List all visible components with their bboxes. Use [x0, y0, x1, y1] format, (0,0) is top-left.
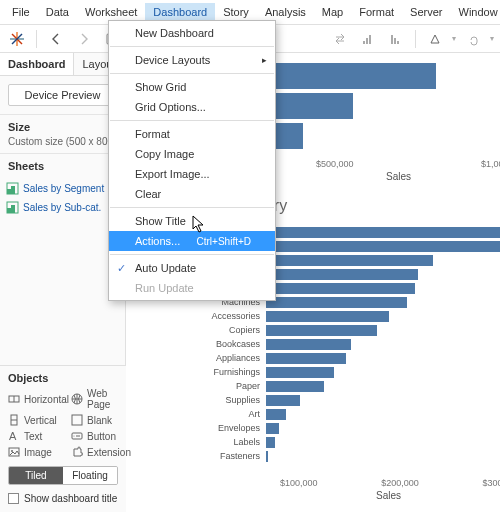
bar-row: Supplies	[194, 393, 500, 407]
worksheet-icon	[6, 201, 19, 214]
bar-label: Supplies	[194, 395, 266, 405]
menu-window[interactable]: Window	[451, 3, 501, 21]
bar[interactable]	[266, 353, 346, 364]
bar[interactable]	[266, 311, 389, 322]
swap-icon[interactable]	[329, 28, 351, 50]
chart2-axis: $100,000$200,000$300,000	[280, 478, 500, 488]
horizontal-icon	[8, 393, 20, 405]
sidebar-tabs: Dashboard Layout	[0, 53, 125, 76]
bar-label: Bookcases	[194, 339, 266, 349]
menu-item-clear[interactable]: Clear	[109, 184, 275, 204]
highlight-icon[interactable]	[424, 28, 446, 50]
object-image[interactable]: Image	[8, 446, 69, 458]
sort-desc-icon[interactable]	[385, 28, 407, 50]
object-blank[interactable]: Blank	[71, 414, 131, 426]
bar[interactable]	[266, 395, 300, 406]
bar-label: Labels	[194, 437, 266, 447]
menu-format[interactable]: Format	[351, 3, 402, 21]
menu-item-format[interactable]: Format	[109, 124, 275, 144]
toggle-floating[interactable]: Floating	[63, 467, 117, 484]
bar[interactable]	[266, 227, 500, 238]
bar-row: Labels	[194, 435, 500, 449]
bar[interactable]	[266, 241, 500, 252]
attach-icon[interactable]	[462, 28, 484, 50]
object-vertical[interactable]: Vertical	[8, 414, 69, 426]
menu-data[interactable]: Data	[38, 3, 77, 21]
menu-story[interactable]: Story	[215, 3, 257, 21]
sheet-item[interactable]: Sales by Segment	[4, 179, 121, 198]
bar-label: Paper	[194, 381, 266, 391]
show-dashboard-title-checkbox[interactable]: Show dashboard title	[8, 493, 118, 504]
bar[interactable]	[266, 437, 275, 448]
chart1-axis: $500,000$1,000,000	[316, 159, 500, 169]
menu-item-export-image-[interactable]: Export Image...	[109, 164, 275, 184]
menu-dashboard[interactable]: Dashboard	[145, 3, 215, 21]
image-icon	[8, 446, 20, 458]
bar-row: Bookcases	[194, 337, 500, 351]
bar[interactable]	[266, 297, 407, 308]
menu-analysis[interactable]: Analysis	[257, 3, 314, 21]
bar[interactable]	[266, 269, 418, 280]
menu-item-copy-image[interactable]: Copy Image	[109, 144, 275, 164]
bar-label: Copiers	[194, 325, 266, 335]
bar-row: Furnishings	[194, 365, 500, 379]
blank-icon	[71, 414, 83, 426]
bar[interactable]	[266, 451, 268, 462]
dashboard-menu-dropdown: New DashboardDevice LayoutsShow GridGrid…	[108, 20, 276, 301]
svg-rect-27	[72, 415, 82, 425]
tab-dashboard[interactable]: Dashboard	[0, 53, 74, 75]
bar-row: Accessories	[194, 309, 500, 323]
object-text[interactable]: AText	[8, 430, 69, 442]
bar[interactable]	[266, 283, 415, 294]
bar-row: Art	[194, 407, 500, 421]
svg-rect-10	[366, 38, 368, 44]
menu-item-grid-options-[interactable]: Grid Options...	[109, 97, 275, 117]
bar[interactable]	[266, 367, 334, 378]
menu-item-run-update: Run Update	[109, 278, 275, 298]
object-web-page[interactable]: Web Page	[71, 388, 131, 410]
object-horizontal[interactable]: Horizontal	[8, 388, 69, 410]
menu-item-show-grid[interactable]: Show Grid	[109, 77, 275, 97]
svg-text:A: A	[9, 430, 17, 442]
bar[interactable]	[266, 381, 324, 392]
objects-heading: Objects	[8, 372, 118, 388]
size-value[interactable]: Custom size (500 x 800	[0, 136, 125, 153]
object-extension[interactable]: Extension	[71, 446, 131, 458]
object-button[interactable]: Button	[71, 430, 131, 442]
button-icon	[71, 430, 83, 442]
menu-worksheet[interactable]: Worksheet	[77, 3, 145, 21]
forward-button[interactable]	[73, 28, 95, 50]
menu-item-actions-[interactable]: Actions...Ctrl+Shift+D	[109, 231, 275, 251]
bar[interactable]	[266, 325, 377, 336]
menu-file[interactable]: File	[4, 3, 38, 21]
bar-label: Furnishings	[194, 367, 266, 377]
extension-icon	[71, 446, 83, 458]
vertical-icon	[8, 414, 20, 426]
bar[interactable]	[266, 423, 279, 434]
svg-rect-21	[11, 205, 15, 213]
sort-asc-icon[interactable]	[357, 28, 379, 50]
back-button[interactable]	[45, 28, 67, 50]
checkbox-icon[interactable]	[8, 493, 19, 504]
layout-mode-toggle[interactable]: Tiled Floating	[8, 466, 118, 485]
svg-rect-9	[363, 41, 365, 44]
size-heading: Size	[0, 114, 125, 136]
chart2-axis-label: Sales	[376, 490, 401, 501]
menu-item-show-title[interactable]: Show Title	[109, 211, 275, 231]
svg-rect-18	[11, 186, 15, 194]
bar-row: Appliances	[194, 351, 500, 365]
menu-item-new-dashboard[interactable]: New Dashboard	[109, 23, 275, 43]
sheet-item[interactable]: Sales by Sub-cat.	[4, 198, 121, 217]
bar-row: Envelopes	[194, 421, 500, 435]
menu-item-auto-update[interactable]: Auto Update	[109, 258, 275, 278]
svg-rect-20	[7, 208, 11, 213]
menu-item-device-layouts[interactable]: Device Layouts	[109, 50, 275, 70]
bar[interactable]	[266, 339, 351, 350]
bar-label: Fasteners	[194, 451, 266, 461]
toggle-tiled[interactable]: Tiled	[9, 467, 63, 484]
device-preview-button[interactable]: Device Preview	[8, 84, 117, 106]
bar[interactable]	[266, 255, 433, 266]
menu-map[interactable]: Map	[314, 3, 351, 21]
menu-server[interactable]: Server	[402, 3, 450, 21]
bar[interactable]	[266, 409, 286, 420]
